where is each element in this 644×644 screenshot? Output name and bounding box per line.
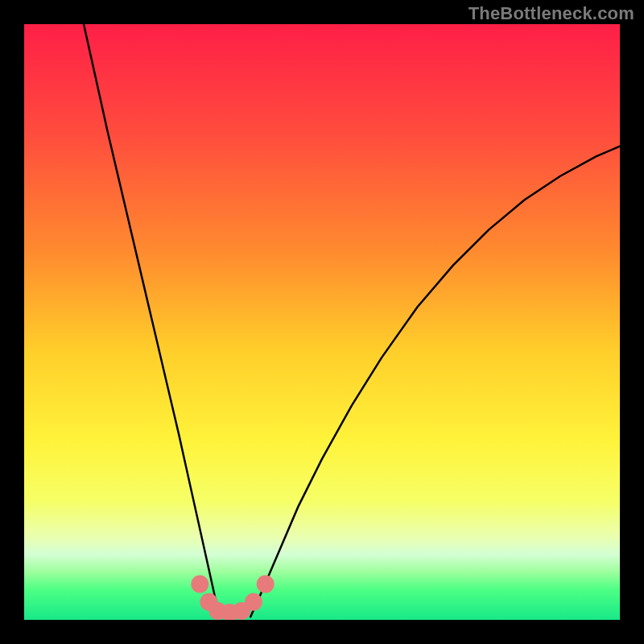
left-curve — [84, 24, 221, 617]
watermark-text: TheBottleneck.com — [469, 3, 634, 24]
right-curve — [250, 147, 620, 617]
plot-area — [24, 24, 620, 620]
outer-frame: TheBottleneck.com — [0, 0, 644, 644]
curves-layer — [24, 24, 620, 620]
marker-point — [191, 576, 208, 593]
marker-point — [257, 576, 275, 593]
marker-point — [245, 593, 262, 611]
